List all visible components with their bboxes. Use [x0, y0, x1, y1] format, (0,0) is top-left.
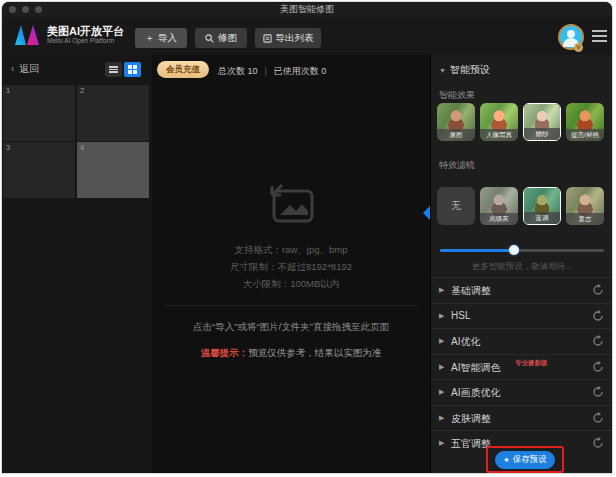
app-logo: 美图AI开放平台 Meitu AI Open Platform	[14, 23, 124, 46]
thumbnail-image	[11, 98, 67, 134]
filter-slider-handle[interactable]	[509, 245, 519, 255]
list-view-toggle[interactable]	[105, 62, 122, 77]
thumbnail-image	[85, 98, 141, 134]
logo-subtitle: Meitu AI Open Platform	[47, 37, 124, 45]
more-presets-hint: 更多智能预设，敬请期待...	[431, 261, 612, 273]
window-title: 美图智能修图	[2, 2, 612, 17]
reset-icon[interactable]	[592, 310, 604, 322]
thumbnail-index: 1	[6, 86, 10, 95]
support-info: 支持格式：raw、jpg、bmp 尺寸限制：不超过8192*8192 大小限制：…	[152, 241, 430, 292]
import-button[interactable]: ＋ 导入	[135, 28, 187, 48]
thumbnail-cell-2[interactable]: 2	[77, 85, 149, 141]
panel-collapse-handle[interactable]	[423, 206, 430, 220]
usage-total: 总次数 10	[218, 66, 258, 76]
section-skin-adjust[interactable]: ▶ 皮肤调整	[431, 405, 612, 431]
reset-icon[interactable]	[592, 335, 604, 347]
effect-tile-portrait[interactable]: 人像写真	[480, 103, 518, 141]
section-basic-adjust[interactable]: ▶ 基础调整	[431, 277, 612, 303]
section-hsl[interactable]: ▶ HSL	[431, 303, 612, 329]
export-list-icon	[263, 34, 272, 43]
usage-used: 已使用次数 0	[274, 66, 327, 76]
chevron-right-icon: ▶	[439, 363, 444, 371]
usage-counter: 总次数 10|已使用次数 0	[218, 65, 326, 78]
thumbnail-cell-4-selected[interactable]: 4	[77, 142, 149, 198]
support-filesize: 大小限制：100MB以内	[152, 275, 430, 292]
chevron-right-icon: ▶	[439, 337, 444, 345]
meitu-logo-icon	[14, 23, 40, 46]
app-window: 美图智能修图 美图AI开放平台 Meitu AI Open Platform	[2, 2, 612, 473]
thumbnail-cell-3[interactable]: 3	[3, 142, 75, 198]
import-image-placeholder-icon	[268, 183, 314, 225]
member-recharge-button[interactable]: 会员充值	[157, 61, 209, 78]
chevron-right-icon: ▶	[439, 414, 444, 422]
export-list-button[interactable]: 导出列表	[255, 28, 321, 48]
sidebar: ‹返回 1 2 3 4	[2, 55, 152, 473]
section-ai-optimize[interactable]: ▶ AI优化	[431, 328, 612, 354]
list-icon	[109, 65, 118, 74]
menu-button[interactable]	[592, 30, 607, 42]
chevron-right-icon: ▶	[439, 286, 444, 294]
filter-slider-fill	[440, 249, 514, 252]
back-button[interactable]: ‹返回	[11, 62, 39, 76]
filter-tile-none[interactable]: 无	[437, 187, 475, 225]
reset-icon[interactable]	[592, 412, 604, 424]
filters-label: 特效滤镜	[439, 159, 475, 172]
chevron-right-icon: ▶	[439, 439, 444, 447]
titlebar: 美图智能修图	[2, 2, 612, 17]
filter-tile-gray[interactable]: 高级灰	[480, 187, 518, 225]
pro-badge: 专业摄影版	[515, 359, 548, 368]
chevron-left-icon: ‹	[11, 63, 14, 74]
retouch-button[interactable]: 修图	[195, 28, 247, 48]
filter-strength-slider[interactable]	[440, 245, 604, 255]
thumbnail-image	[85, 155, 141, 191]
adjustment-sections: ▶ 基础调整 ▶ HSL ▶ AI优化 ▶ AI智能调色 专业摄影版 ▶	[431, 277, 612, 456]
effect-tile-wedding-selected[interactable]: 婚纱	[523, 103, 561, 141]
support-size: 尺寸限制：不超过8192*8192	[152, 258, 430, 275]
effect-tile-original[interactable]: 原图	[437, 103, 475, 141]
logo-title: 美图AI开放平台	[47, 25, 124, 37]
thumbnail-cell-1[interactable]: 1	[3, 85, 75, 141]
avatar-person-icon	[567, 30, 575, 38]
grid-icon	[128, 65, 138, 75]
settings-panel: ▼智能预设 智能效果 原图 人像写真 婚纱 提亮/鲜艳 特效滤镜 无 高级灰	[430, 55, 612, 473]
effect-tile-vivid[interactable]: 提亮/鲜艳	[566, 103, 604, 141]
reset-icon[interactable]	[592, 361, 604, 373]
chevron-right-icon: ▶	[439, 388, 444, 396]
filter-tile-retro[interactable]: 复古	[566, 187, 604, 225]
tip-text: 温馨提示：预览仅供参考，结果以实图为准	[152, 347, 430, 360]
divider	[165, 305, 417, 306]
section-smart-presets[interactable]: ▼智能预设	[439, 63, 490, 77]
reset-icon[interactable]	[592, 284, 604, 296]
reset-icon[interactable]	[592, 386, 604, 398]
effects-label: 智能效果	[439, 89, 475, 102]
section-ai-color[interactable]: ▶ AI智能调色 专业摄影版	[431, 354, 612, 380]
reset-icon[interactable]	[592, 437, 604, 449]
chevron-right-icon: ▶	[439, 312, 444, 320]
chevron-down-icon: ▼	[439, 67, 446, 74]
section-ai-quality[interactable]: ▶ AI画质优化	[431, 379, 612, 405]
star-icon: ★	[503, 456, 509, 464]
grid-view-toggle[interactable]	[124, 62, 141, 77]
save-preset-button[interactable]: ★ 保存预设	[495, 451, 555, 469]
tip-label: 温馨提示：	[201, 347, 249, 358]
thumbnail-index: 2	[80, 86, 84, 95]
drop-zone[interactable]: 会员充值 总次数 10|已使用次数 0 支持格式：raw、jpg、bmp 尺寸限…	[152, 55, 430, 473]
magnifier-icon	[205, 34, 214, 43]
support-format: 支持格式：raw、jpg、bmp	[152, 241, 430, 258]
plus-icon: ＋	[145, 32, 154, 45]
filter-tile-blue-selected[interactable]: 蓝调	[523, 187, 561, 225]
app-header: 美图AI开放平台 Meitu AI Open Platform ＋ 导入 修图 …	[2, 17, 612, 55]
drop-hint-text: 点击“导入”或将“图片/文件夹”直接拖拽至此页面	[152, 321, 430, 334]
thumbnail-index: 3	[6, 143, 10, 152]
vip-badge-icon: V	[574, 43, 583, 52]
thumbnail-index: 4	[80, 143, 84, 152]
thumbnail-image	[11, 155, 67, 191]
